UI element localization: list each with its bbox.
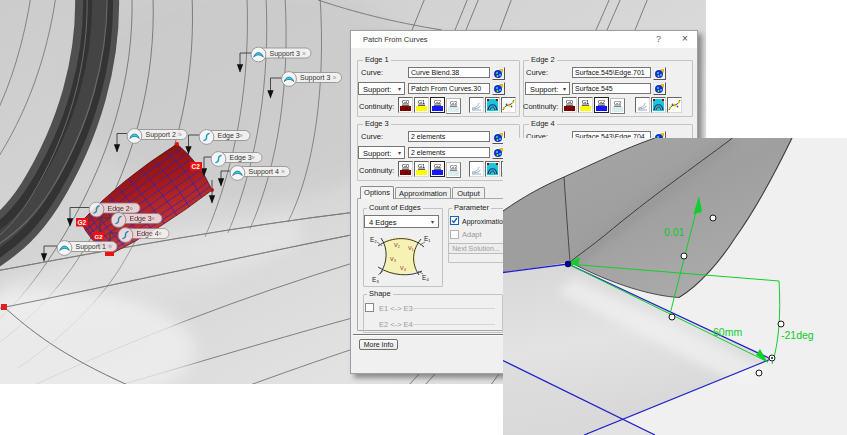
svg-text:Support 3: Support 3: [300, 74, 330, 82]
svg-text:Edge 3: Edge 3: [130, 215, 152, 223]
svg-text:V₂: V₂: [394, 242, 400, 248]
svg-text:G2: G2: [78, 219, 87, 226]
svg-text:»: »: [302, 50, 306, 57]
svg-text:V₄: V₄: [400, 265, 407, 271]
svg-text:Support 2: Support 2: [146, 131, 176, 139]
svg-text:Edge 3: Edge 3: [218, 132, 240, 140]
svg-text:Edge 2: Edge 2: [108, 205, 130, 213]
svg-text:G2: G2: [95, 234, 104, 240]
svg-text:»: »: [333, 74, 337, 81]
svg-text:Edge 3: Edge 3: [230, 154, 252, 162]
svg-text:»: »: [108, 243, 112, 250]
svg-text:Edge 4: Edge 4: [137, 230, 159, 238]
svg-text:V₃: V₃: [390, 256, 396, 262]
svg-text:E₃: E₃: [372, 276, 379, 283]
svg-text:Support 1: Support 1: [76, 243, 106, 251]
svg-text:0.01: 0.01: [664, 226, 685, 238]
svg-text:-21deg: -21deg: [781, 329, 814, 341]
svg-text:Support 4: Support 4: [249, 168, 279, 176]
svg-text:C2: C2: [192, 163, 201, 170]
svg-text:»: »: [239, 132, 243, 139]
svg-text:E₁: E₁: [424, 235, 431, 242]
svg-text:»: »: [158, 230, 162, 237]
svg-text:»: »: [178, 131, 182, 138]
svg-text:Support 3: Support 3: [270, 50, 300, 58]
svg-text:»: »: [129, 205, 133, 212]
svg-text:»: »: [281, 168, 285, 175]
svg-text:E₂: E₂: [370, 236, 377, 243]
svg-text:E₄: E₄: [422, 274, 429, 281]
svg-text:»: »: [251, 154, 255, 161]
svg-text:60mm: 60mm: [713, 326, 742, 338]
svg-text:»: »: [151, 215, 155, 222]
svg-text:V₁: V₁: [408, 245, 414, 251]
